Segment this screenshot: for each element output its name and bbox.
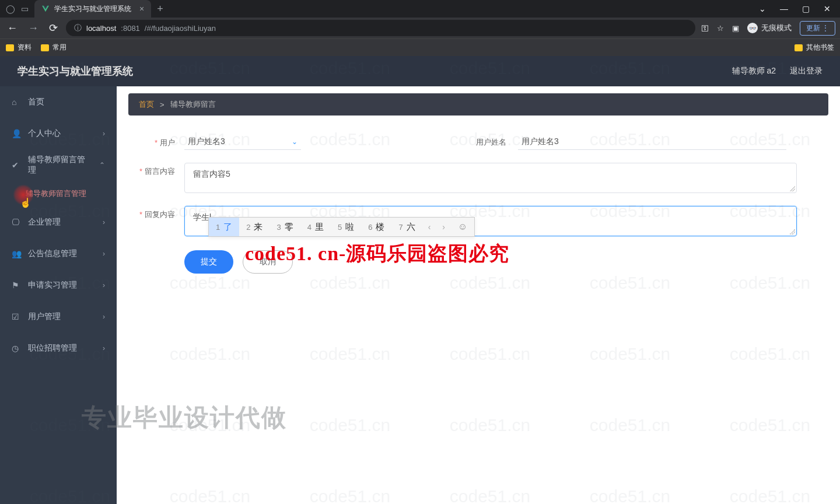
flag-icon: ⚑ <box>12 281 21 290</box>
chevron-down-icon[interactable]: ⌄ <box>759 4 766 13</box>
sidebar-item-announce[interactable]: 👥公告信息管理› <box>0 238 117 270</box>
sidebar-item-home[interactable]: ⌂首页 <box>0 86 117 118</box>
folder-icon <box>794 44 803 51</box>
browser-chrome: ◯ ▭ 学生实习与就业管理系统 × + ⌄ — ▢ ✕ ← → ⟳ ⓘ loca… <box>0 0 840 56</box>
bookmark-bar: 资料 常用 其他书签 <box>0 38 840 56</box>
ime-candidate-bar[interactable]: 1了 2来 3零 4里 5啦 6楼 7六 ‹ › ☺ <box>208 217 475 237</box>
url-port: :8081 <box>121 24 140 33</box>
ime-candidate[interactable]: 6楼 <box>361 218 391 236</box>
tab-title: 学生实习与就业管理系统 <box>54 4 131 14</box>
extensions-icon[interactable]: ▣ <box>732 24 739 33</box>
url-path: /#/fudaojiaoshiLiuyan <box>145 24 216 33</box>
minimize-icon[interactable]: — <box>780 4 788 13</box>
breadcrumb: 首页 > 辅导教师留言 <box>128 93 828 116</box>
sidebar-item-user-mgmt[interactable]: ☑用户管理› <box>0 301 117 332</box>
ime-candidate[interactable]: 2来 <box>239 218 270 236</box>
window-controls: ⌄ — ▢ ✕ <box>750 4 840 13</box>
chevron-icon: › <box>103 218 105 226</box>
chevron-down-icon: ⌄ <box>292 138 298 146</box>
home-icon: ⌂ <box>12 97 21 107</box>
message-label: 留言内容 <box>139 167 175 176</box>
user-icon: 👤 <box>12 129 21 138</box>
message-textarea[interactable]: 留言内容5 <box>184 163 797 193</box>
sidebar-item-profile[interactable]: 👤个人中心› <box>0 118 117 149</box>
ime-candidate[interactable]: 3零 <box>270 218 300 236</box>
user-label[interactable]: 辅导教师 a2 <box>732 66 776 76</box>
close-window-icon[interactable]: ✕ <box>824 4 831 13</box>
footer-watermark: 专业毕业设计代做 <box>82 401 287 434</box>
chevron-icon: › <box>103 130 105 138</box>
sidebar-item-recruit[interactable]: ◷职位招聘管理› <box>0 332 117 364</box>
username-label: 用户姓名 <box>476 137 506 148</box>
resize-handle-icon[interactable] <box>789 186 795 191</box>
info-icon: ⓘ <box>74 23 82 33</box>
back-button[interactable]: ← <box>5 22 20 34</box>
check-icon: ✔ <box>12 160 21 170</box>
folder-icon <box>41 44 49 51</box>
ime-candidate[interactable]: 7六 <box>391 218 422 236</box>
sidebar-item-company[interactable]: 🖵企业管理› <box>0 206 117 238</box>
chevron-icon: › <box>103 313 105 321</box>
chevron-icon: › <box>103 344 105 352</box>
browser-tab[interactable]: 学生实习与就业管理系统 × <box>34 0 151 18</box>
key-icon[interactable]: ⚿ <box>701 24 709 33</box>
vue-icon <box>41 5 50 13</box>
folder-icon <box>6 44 14 51</box>
globe-icon: ◯ <box>6 4 15 13</box>
incognito-badge: 👓 无痕模式 <box>747 23 792 33</box>
breadcrumb-current: 辅导教师留言 <box>170 99 216 110</box>
cursor-hand-icon: ☝ <box>20 197 32 208</box>
app-title: 学生实习与就业管理系统 <box>18 64 133 78</box>
red-watermark-text: code51. cn-源码乐园盗图必究 <box>245 240 509 267</box>
user-select-value: 用户姓名3 <box>188 136 225 147</box>
tab-stub-icons: ◯ ▭ <box>0 4 34 13</box>
ime-prev-icon[interactable]: ‹ <box>422 222 437 232</box>
bookmark-item[interactable]: 常用 <box>41 43 66 52</box>
incognito-icon: 👓 <box>747 23 758 33</box>
username-input[interactable]: 用户姓名3 <box>518 134 786 150</box>
tab-strip: ◯ ▭ 学生实习与就业管理系统 × + ⌄ — ▢ ✕ <box>0 0 840 18</box>
app-header: 学生实习与就业管理系统 辅导教师 a2 退出登录 <box>0 56 840 86</box>
breadcrumb-sep: > <box>160 100 164 109</box>
ime-candidate[interactable]: 5啦 <box>331 218 361 236</box>
sidebar-subitem-tutor-message[interactable]: 辅导教师留言管理 ☝ <box>0 181 117 206</box>
logout-link[interactable]: 退出登录 <box>790 66 822 76</box>
user-select[interactable]: 用户姓名3 ⌄ <box>184 134 301 150</box>
users-icon: 👥 <box>12 249 21 258</box>
star-icon[interactable]: ☆ <box>717 24 724 33</box>
monitor-icon: 🖵 <box>12 218 21 227</box>
ime-emoji-icon[interactable]: ☺ <box>451 222 474 232</box>
breadcrumb-home[interactable]: 首页 <box>139 99 154 110</box>
resize-handle-icon[interactable] <box>789 229 795 235</box>
submit-button[interactable]: 提交 <box>184 250 233 274</box>
clock-icon: ◷ <box>12 344 21 353</box>
chevron-icon: › <box>103 250 105 258</box>
reload-button[interactable]: ⟳ <box>47 22 60 34</box>
other-bookmarks[interactable]: 其他书签 <box>794 43 834 52</box>
maximize-icon[interactable]: ▢ <box>802 4 810 13</box>
sidebar-item-tutor-message-mgmt[interactable]: ✔辅导教师留言管理⌃ <box>0 149 117 181</box>
url-input[interactable]: ⓘ localhost:8081/#/fudaojiaoshiLiuyan <box>66 20 695 36</box>
forward-button[interactable]: → <box>26 22 41 34</box>
reply-label: 回复内容 <box>139 210 175 219</box>
ime-next-icon[interactable]: › <box>436 222 451 232</box>
ime-candidate[interactable]: 4里 <box>300 218 331 236</box>
user-label: 用户 <box>155 138 175 147</box>
chevron-up-icon: ⌃ <box>99 161 105 169</box>
page-icon: ▭ <box>21 4 29 13</box>
incognito-label: 无痕模式 <box>761 23 792 33</box>
ime-candidate[interactable]: 1了 <box>209 218 239 236</box>
close-icon[interactable]: × <box>139 4 144 13</box>
sidebar-item-intern[interactable]: ⚑申请实习管理› <box>0 270 117 301</box>
main-content: 首页 > 辅导教师留言 用户 用户姓名3 ⌄ 用户姓名 用户姓名3 <box>117 86 840 504</box>
update-button[interactable]: 更新 ⋮ <box>800 21 835 36</box>
new-tab-button[interactable]: + <box>151 3 169 15</box>
bookmark-item[interactable]: 资料 <box>6 43 32 52</box>
url-host: localhost <box>86 24 116 33</box>
checkbox-icon: ☑ <box>12 312 21 321</box>
chevron-icon: › <box>103 281 105 289</box>
address-bar: ← → ⟳ ⓘ localhost:8081/#/fudaojiaoshiLiu… <box>0 18 840 38</box>
sidebar: ⌂首页 👤个人中心› ✔辅导教师留言管理⌃ 辅导教师留言管理 ☝ 🖵企业管理› … <box>0 86 117 504</box>
